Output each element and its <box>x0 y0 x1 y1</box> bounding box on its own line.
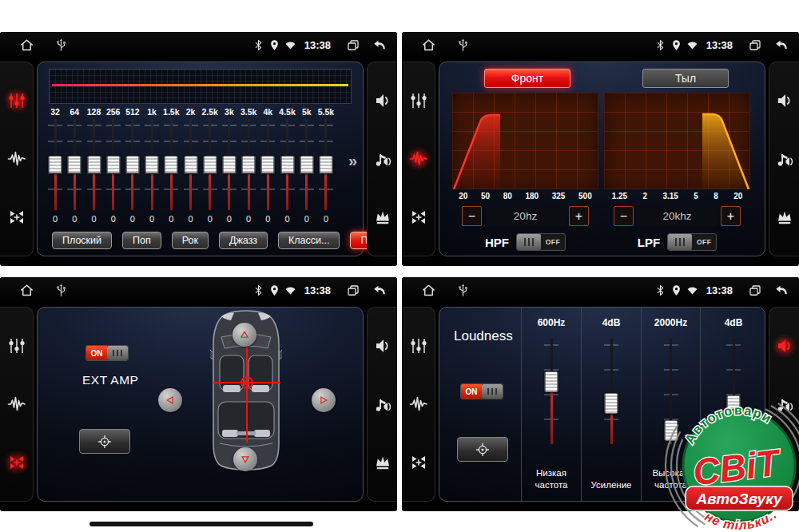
preset-button[interactable]: Плоский <box>52 232 112 249</box>
nav-crossover[interactable] <box>4 146 30 172</box>
nav-equalizer[interactable] <box>406 333 431 359</box>
eq-band-slider[interactable] <box>105 119 121 210</box>
lpf-curve <box>604 93 750 189</box>
nav-volume[interactable] <box>370 333 396 359</box>
preset-button[interactable]: Класси... <box>278 232 340 249</box>
eq-band-slider[interactable] <box>280 119 296 210</box>
slider-handle[interactable] <box>280 156 294 173</box>
tab-front[interactable]: Фронт <box>484 69 570 88</box>
back-icon[interactable] <box>372 284 388 298</box>
loudness-toggle[interactable]: ON <box>460 383 503 399</box>
nav-equalizer[interactable] <box>4 333 30 359</box>
eq-band-value: 0 <box>72 214 77 224</box>
home-icon[interactable] <box>421 38 436 53</box>
slider-handle[interactable] <box>605 393 618 414</box>
slider-handle[interactable] <box>222 156 236 173</box>
eq-band-slider[interactable] <box>66 119 82 210</box>
center-reset-button[interactable] <box>79 429 130 454</box>
eq-band-slider[interactable] <box>260 119 276 210</box>
hpf-minus-button[interactable]: − <box>462 206 482 226</box>
nav-balance[interactable] <box>4 204 30 230</box>
nav-loudness[interactable] <box>772 146 797 172</box>
recents-icon[interactable] <box>747 284 763 298</box>
hpf-plus-button[interactable]: + <box>569 206 589 226</box>
back-icon[interactable] <box>773 38 789 53</box>
eq-band-slider[interactable] <box>221 119 237 210</box>
eq-band-slider[interactable] <box>144 119 160 210</box>
slider-handle[interactable] <box>145 156 159 173</box>
slider-handle[interactable] <box>203 156 217 173</box>
nav-premium[interactable] <box>772 204 797 230</box>
slider-handle[interactable] <box>242 156 256 173</box>
slider-handle[interactable] <box>68 156 81 173</box>
recents-icon[interactable] <box>345 38 361 53</box>
slider-handle[interactable] <box>87 156 101 173</box>
nav-premium[interactable] <box>370 204 396 230</box>
home-icon[interactable] <box>19 283 34 298</box>
slider-handle[interactable] <box>125 156 139 173</box>
loudness-reset-button[interactable] <box>457 437 508 462</box>
home-icon[interactable] <box>421 283 436 298</box>
recents-icon[interactable] <box>345 284 361 298</box>
eq-band-2k: 2k0 <box>181 107 200 224</box>
eq-band-value: 0 <box>304 214 309 224</box>
recents-icon[interactable] <box>747 38 763 53</box>
eq-band-slider[interactable] <box>299 119 315 210</box>
back-icon[interactable] <box>372 38 388 53</box>
slider-handle[interactable] <box>261 156 275 173</box>
slider-handle[interactable] <box>49 156 62 173</box>
fader-front-button[interactable] <box>233 323 256 347</box>
back-icon[interactable] <box>773 284 789 298</box>
nav-balance[interactable] <box>4 450 30 475</box>
eq-frequency-label: 4.5k <box>279 107 295 117</box>
eq-band-slider[interactable] <box>240 119 256 210</box>
balance-right-button[interactable] <box>312 388 336 412</box>
ext-amp-toggle[interactable]: ON <box>85 345 129 361</box>
preset-button[interactable]: Джазз <box>219 232 268 249</box>
scale-tick: 8 <box>714 192 718 200</box>
nav-crossover[interactable] <box>4 391 30 417</box>
more-bands-chevron[interactable]: » <box>348 152 357 170</box>
balance-left-button[interactable] <box>158 388 182 412</box>
eq-band-4.5k: 4.5k0 <box>277 107 296 224</box>
nav-premium[interactable] <box>370 450 396 475</box>
nav-loudness[interactable] <box>370 391 396 417</box>
slider-handle[interactable] <box>300 156 313 173</box>
slider-handle[interactable] <box>184 156 197 173</box>
nav-equalizer[interactable] <box>406 88 431 113</box>
eq-band-slider[interactable] <box>318 119 334 210</box>
lpf-plus-button[interactable]: + <box>721 206 741 226</box>
nav-balance[interactable] <box>406 204 431 230</box>
eq-band-slider[interactable] <box>47 119 63 210</box>
slider-handle[interactable] <box>106 156 120 173</box>
nav-volume[interactable] <box>772 333 797 359</box>
nav-crossover[interactable] <box>406 146 431 172</box>
preset-button[interactable]: Поп <box>122 232 161 249</box>
slider-handle[interactable] <box>545 371 559 392</box>
fader-rear-button[interactable] <box>233 447 257 471</box>
eq-band-slider[interactable] <box>183 119 199 210</box>
home-icon[interactable] <box>19 38 34 53</box>
bluetooth-icon <box>252 284 264 296</box>
loudness-slider[interactable] <box>543 339 559 444</box>
lpf-minus-button[interactable]: − <box>614 206 634 226</box>
nav-crossover[interactable] <box>406 391 431 417</box>
tab-rear[interactable]: Тыл <box>642 69 729 88</box>
lpf-toggle[interactable]: OFF <box>667 233 717 251</box>
eq-band-slider[interactable] <box>86 119 102 210</box>
nav-balance[interactable] <box>406 450 431 475</box>
hpf-toggle[interactable]: OFF <box>516 233 566 251</box>
nav-volume[interactable] <box>370 88 396 113</box>
slider-handle[interactable] <box>165 156 178 173</box>
nav-equalizer[interactable] <box>4 88 30 113</box>
nav-loudness[interactable] <box>370 146 396 172</box>
preset-button[interactable]: Рок <box>172 232 209 249</box>
eq-band-slider[interactable] <box>163 119 179 210</box>
eq-band-slider[interactable] <box>125 119 141 210</box>
eq-frequency-label: 64 <box>70 107 79 117</box>
balance-icon <box>409 208 428 227</box>
loudness-slider[interactable] <box>603 339 619 444</box>
eq-band-slider[interactable] <box>202 119 218 210</box>
nav-volume[interactable] <box>772 88 797 113</box>
slider-handle[interactable] <box>319 156 332 173</box>
